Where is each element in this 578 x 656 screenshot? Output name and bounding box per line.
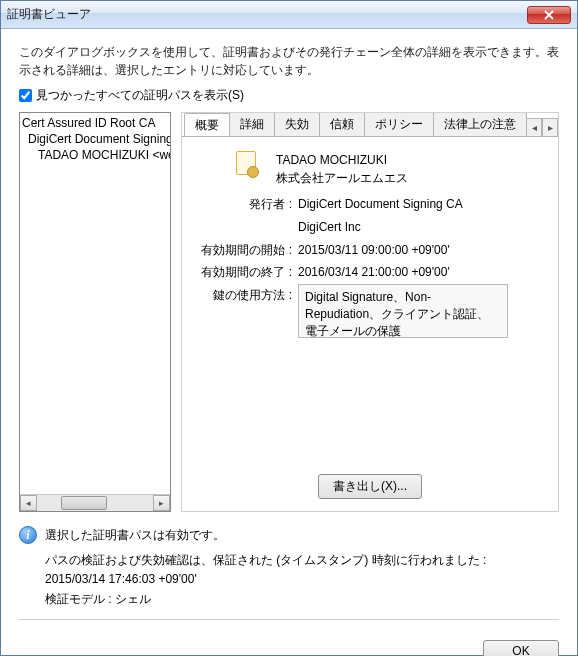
issuer-root: DigiCert Inc — [298, 216, 544, 239]
cert-subject: TADAO MOCHIZUKI — [276, 151, 408, 169]
tab-bar: 概要 詳細 失効 信頼 ポリシー 法律上の注意 ◂ ▸ — [182, 113, 558, 137]
cert-org: 株式会社アールエムエス — [276, 169, 408, 187]
tabs-scroll-right[interactable]: ▸ — [542, 118, 558, 136]
show-all-paths-row[interactable]: 見つかったすべての証明パスを表示(S) — [19, 87, 559, 104]
show-all-paths-label: 見つかったすべての証明パスを表示(S) — [36, 87, 244, 104]
status-model: 検証モデル : シェル — [45, 590, 486, 609]
tab-legal[interactable]: 法律上の注意 — [433, 113, 527, 136]
info-icon: i — [19, 526, 37, 544]
valid-from-label: 有効期間の開始 : — [200, 239, 298, 262]
tree-horizontal-scrollbar[interactable]: ◂ ▸ — [20, 494, 170, 511]
tab-details[interactable]: 詳細 — [229, 113, 275, 136]
certificate-viewer-window: 証明書ビューア このダイアログボックスを使用して、証明書およびその発行チェーン全… — [0, 0, 578, 656]
close-button[interactable] — [527, 6, 571, 24]
close-icon — [544, 10, 554, 20]
tab-revocation[interactable]: 失効 — [274, 113, 320, 136]
detail-pane: 概要 詳細 失効 信頼 ポリシー 法律上の注意 ◂ ▸ — [181, 112, 559, 512]
status-validity: 選択した証明書パスは有効です。 — [45, 526, 486, 545]
key-usage-box: Digital Signature、Non-Repudiation、クライアント… — [298, 284, 508, 338]
window-title: 証明書ビューア — [7, 6, 527, 23]
status-verification-note: パスの検証および失効確認は、保証された (タイムスタンプ) 時刻に行われました … — [45, 551, 486, 570]
certificate-icon — [236, 151, 256, 175]
separator — [19, 619, 559, 620]
scroll-track[interactable] — [37, 495, 153, 511]
tab-trust[interactable]: 信頼 — [319, 113, 365, 136]
dialog-description: このダイアログボックスを使用して、証明書およびその発行チェーン全体の詳細を表示で… — [19, 43, 559, 79]
issuer-label: 発行者 : — [200, 193, 298, 239]
valid-to-value: 2016/03/14 21:00:00 +09'00' — [298, 261, 544, 284]
tree-item[interactable]: Cert Assured ID Root CA — [20, 115, 170, 131]
show-all-paths-checkbox[interactable] — [19, 89, 32, 102]
valid-from-value: 2015/03/11 09:00:00 +09'00' — [298, 239, 544, 262]
issuer-value: DigiCert Document Signing CA — [298, 193, 544, 216]
tree-item[interactable]: TADAO MOCHIZUKI <webm — [20, 147, 170, 163]
ok-button[interactable]: OK — [483, 640, 559, 656]
export-button[interactable]: 書き出し(X)... — [318, 474, 422, 499]
tab-summary[interactable]: 概要 — [184, 113, 230, 137]
titlebar[interactable]: 証明書ビューア — [1, 1, 577, 29]
scroll-left-button[interactable]: ◂ — [20, 495, 37, 511]
tab-policy[interactable]: ポリシー — [364, 113, 434, 136]
cert-chain-tree[interactable]: Cert Assured ID Root CA DigiCert Documen… — [19, 112, 171, 512]
valid-to-label: 有効期間の終了 : — [200, 261, 298, 284]
key-usage-label: 鍵の使用方法 : — [200, 284, 298, 307]
tree-item[interactable]: DigiCert Document Signing CA — [20, 131, 170, 147]
tabs-scroll-left[interactable]: ◂ — [526, 118, 542, 136]
scroll-right-button[interactable]: ▸ — [153, 495, 170, 511]
status-timestamp: 2015/03/14 17:46:03 +09'00' — [45, 570, 486, 589]
scroll-thumb[interactable] — [61, 496, 107, 510]
tab-content-summary: TADAO MOCHIZUKI 株式会社アールエムエス 発行者 : DigiCe… — [182, 137, 558, 348]
